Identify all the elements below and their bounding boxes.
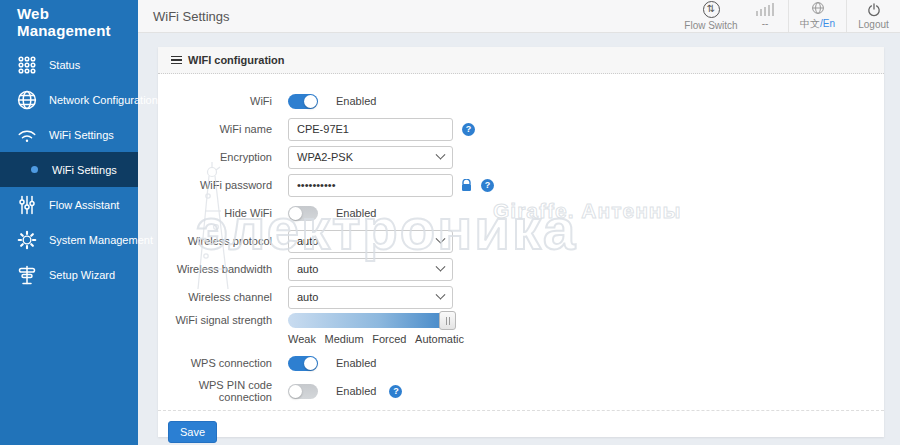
field-wireless-channel: Wireless channel auto [158,285,884,309]
field-wifi: WiFi Enabled [158,89,884,113]
sidebar-item-label: Flow Assistant [49,199,119,211]
logout-label: Logout [858,19,889,30]
sidebar-item-label: Setup Wizard [49,269,115,281]
wps-pin-toggle[interactable] [288,384,318,399]
slider-handle[interactable] [439,311,456,330]
field-label: Wireless bandwidth [158,263,272,275]
flow-switch-icon: ⇅ [703,1,720,18]
language-label: 中文/En [800,17,835,31]
help-icon[interactable]: ? [389,385,402,398]
language-globe-icon [811,1,825,15]
toggle-state-label: Enabled [336,385,376,397]
sidebar-item-label: System Management [49,234,153,246]
section-divider [158,410,884,411]
toggle-state-label: Enabled [336,207,376,219]
signal-indicator: -- [742,0,788,32]
panel-title: WIFI configuration [188,54,285,66]
chevron-down-icon [436,149,446,159]
field-label: WPS PIN code connection [158,379,272,403]
sidebar-menu: Status Network Configuration [0,47,138,292]
sidebar-item-wifi-settings[interactable]: WiFi Settings [0,117,138,152]
wifi-configuration-panel: WIFI configuration WiFi Enabled WiFi nam… [158,47,884,437]
field-label: Encryption [158,151,272,163]
sidebar-item-system-management[interactable]: System Management [0,222,138,257]
wifi-password-input[interactable] [288,174,453,197]
menu-icon [171,56,182,65]
main-content: WIFI configuration WiFi Enabled WiFi nam… [138,33,900,445]
toggle-state-label: Enabled [336,357,376,369]
sidebar-item-network-configuration[interactable]: Network Configuration [0,82,138,117]
hide-wifi-toggle[interactable] [288,206,318,221]
toggle-state-label: Enabled [336,95,376,107]
slider-option[interactable]: Automatic [415,333,464,345]
chevron-down-icon [436,289,446,299]
encryption-select[interactable]: WPA2-PSK [288,146,453,169]
flow-switch-label: Flow Switch [684,20,737,31]
field-wifi-signal-strength: WiFi signal strength Weak Medium Forced … [158,313,884,345]
field-label: WiFi signal strength [158,313,272,328]
signal-strength-slider[interactable] [288,313,453,328]
signal-bars-icon [756,3,775,16]
slider-option[interactable]: Weak [288,333,316,345]
field-hide-wifi: Hide WiFi Enabled [158,201,884,225]
status-grid-icon [15,53,39,77]
wifi-name-input[interactable] [288,118,453,141]
sidebar: Web Management Status [0,0,138,445]
sidebar-item-label: Status [49,59,80,71]
sidebar-item-label: WiFi Settings [49,129,114,141]
field-encryption: Encryption WPA2-PSK [158,145,884,169]
flow-switch-button[interactable]: ⇅ Flow Switch [680,0,742,32]
help-icon[interactable]: ? [462,123,475,136]
sliders-icon [15,193,39,217]
wifi-toggle[interactable] [288,94,318,109]
sidebar-item-label: Network Configuration [49,94,158,106]
field-wireless-protocol: Wireless protocol auto [158,229,884,253]
field-label: WPS connection [158,357,272,369]
panel-header: WIFI configuration [158,47,884,74]
field-wps-connection: WPS connection Enabled [158,351,884,375]
app-title: Web Management [0,0,138,44]
field-wifi-name: WiFi name ? [158,117,884,141]
slider-option[interactable]: Medium [325,333,364,345]
select-value: auto [297,235,318,247]
field-label: Wireless channel [158,291,272,303]
field-wifi-password: WiFi password ? [158,173,884,197]
save-button[interactable]: Save [168,421,217,443]
wps-connection-toggle[interactable] [288,356,318,371]
active-bullet-icon [28,158,40,182]
chevron-down-icon [436,261,446,271]
select-value: auto [297,291,318,303]
power-icon [867,3,881,17]
gear-icon [15,228,39,252]
field-label: WiFi name [158,123,272,135]
chevron-down-icon [436,233,446,243]
page-title: WiFi Settings [138,9,230,24]
language-switcher[interactable]: 中文/En [788,0,846,32]
logout-button[interactable]: Logout [846,0,900,32]
sidebar-subitem-wifi-settings[interactable]: WiFi Settings [0,152,138,187]
field-label: Hide WiFi [158,207,272,219]
field-label: Wireless protocol [158,235,272,247]
topbar: WiFi Settings ⇅ Flow Switch -- 中文/En Log… [138,0,900,33]
globe-icon [15,88,39,112]
wireless-bandwidth-select[interactable]: auto [288,258,453,281]
wireless-channel-select[interactable]: auto [288,286,453,309]
sidebar-item-setup-wizard[interactable]: Setup Wizard [0,257,138,292]
help-icon[interactable]: ? [481,179,494,192]
slider-option-labels: Weak Medium Forced Automatic [288,333,464,345]
sidebar-item-flow-assistant[interactable]: Flow Assistant [0,187,138,222]
sidebar-item-status[interactable]: Status [0,47,138,82]
slider-option[interactable]: Forced [372,333,406,345]
wireless-protocol-select[interactable]: auto [288,230,453,253]
signpost-icon [15,263,39,287]
lock-icon [461,179,472,192]
select-value: WPA2-PSK [297,151,353,163]
field-wireless-bandwidth: Wireless bandwidth auto [158,257,884,281]
wifi-icon [15,123,39,147]
field-wps-pin-connection: WPS PIN code connection Enabled ? [158,379,884,403]
sidebar-item-label: WiFi Settings [52,164,117,176]
select-value: auto [297,263,318,275]
field-label: WiFi password [158,179,272,191]
signal-value: -- [762,18,769,29]
field-label: WiFi [158,95,272,107]
